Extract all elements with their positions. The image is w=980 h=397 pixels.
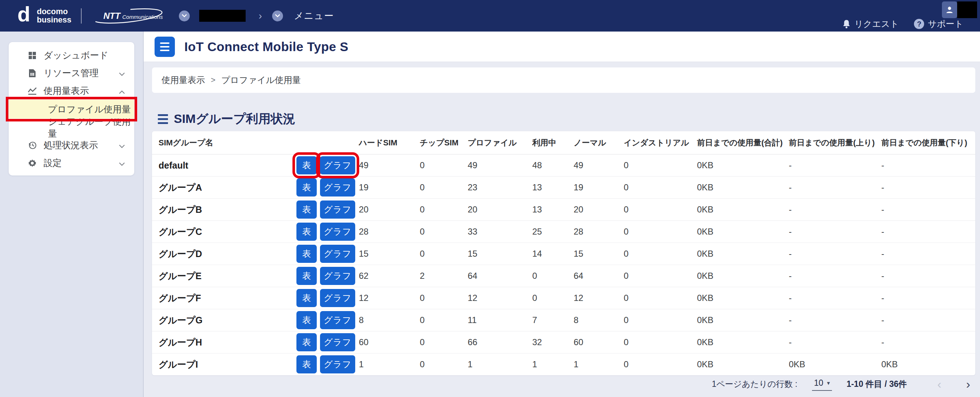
svg-text:NTT: NTT bbox=[103, 11, 121, 21]
cell-group-name: グループG bbox=[152, 314, 296, 326]
request-label: リクエスト bbox=[854, 18, 899, 30]
table-view-button[interactable]: 表 bbox=[296, 222, 317, 241]
cell-actions: 表 グラフ bbox=[296, 289, 359, 307]
table-view-button[interactable]: 表 bbox=[296, 245, 317, 263]
page-title: IoT Connect Mobile Type S bbox=[184, 40, 348, 54]
cell-hard-sim: 49 bbox=[359, 160, 420, 170]
cell-group-name: グループE bbox=[152, 270, 296, 282]
sidebar-item-processing-status[interactable]: 処理状況表示 bbox=[9, 136, 134, 154]
table-row: グループD 表 グラフ 15 0 15 14 15 0 0KB - - bbox=[152, 243, 975, 265]
sidebar-item-dashboard[interactable]: ダッシュボード bbox=[9, 46, 134, 64]
cell-profile: 11 bbox=[468, 315, 532, 325]
cell-usage-total: 0KB bbox=[697, 160, 789, 170]
cell-normal: 15 bbox=[574, 249, 624, 259]
sidebar-item-usage-display[interactable]: 使用量表示 bbox=[9, 82, 134, 100]
column-header: 利用中 bbox=[532, 137, 574, 148]
sidebar-item-label: 使用量表示 bbox=[43, 85, 89, 97]
cell-group-name: グループC bbox=[152, 226, 296, 238]
cell-industrial: 0 bbox=[624, 183, 697, 192]
column-header: プロファイル bbox=[468, 137, 532, 148]
logo-line1: docomo bbox=[37, 8, 71, 16]
table-view-button[interactable]: 表 bbox=[296, 311, 317, 329]
table-view-button[interactable]: 表 bbox=[296, 200, 317, 219]
chevron-down-icon bbox=[119, 140, 125, 151]
dashboard-icon bbox=[27, 51, 38, 60]
prev-page-button[interactable]: ‹ bbox=[932, 378, 946, 390]
cell-usage-down: - bbox=[881, 315, 975, 325]
graph-view-button[interactable]: グラフ bbox=[320, 311, 355, 329]
table-view-button[interactable]: 表 bbox=[296, 355, 317, 373]
graph-view-button[interactable]: グラフ bbox=[320, 178, 355, 197]
graph-view-button[interactable]: グラフ bbox=[320, 245, 355, 263]
table-view-button[interactable]: 表 bbox=[296, 178, 317, 197]
cell-actions: 表 グラフ bbox=[296, 200, 359, 219]
bell-icon bbox=[842, 19, 851, 29]
breadcrumb: 使用量表示 > プロファイル使用量 bbox=[152, 67, 975, 93]
cell-actions: 表 グラフ bbox=[296, 333, 359, 351]
cell-industrial: 0 bbox=[624, 205, 697, 214]
user-account-button[interactable] bbox=[942, 2, 957, 18]
hamburger-menu-button[interactable] bbox=[154, 37, 175, 57]
table-row: グループE 表 グラフ 62 2 64 0 64 0 0KB - - bbox=[152, 265, 975, 287]
cell-hard-sim: 20 bbox=[359, 205, 420, 214]
cell-group-name: グループF bbox=[152, 292, 296, 304]
sidebar-item-share-group-usage[interactable]: シェアグループ使用量 bbox=[9, 119, 134, 136]
table-view-button[interactable]: 表 bbox=[296, 333, 317, 351]
cell-hard-sim: 8 bbox=[359, 315, 420, 325]
cell-usage-down: 0KB bbox=[881, 359, 975, 370]
sidebar-item-resource-management[interactable]: リソース管理 bbox=[9, 64, 134, 82]
table-view-button[interactable]: 表 bbox=[296, 289, 317, 307]
table-view-button[interactable]: 表 bbox=[296, 156, 317, 175]
graph-view-button[interactable]: グラフ bbox=[320, 156, 355, 175]
sidebar-item-label: ダッシュボード bbox=[43, 49, 108, 61]
cell-chip-sim: 0 bbox=[420, 227, 468, 237]
sidebar-item-label: 設定 bbox=[43, 157, 62, 169]
logo-divider bbox=[81, 8, 82, 24]
cell-usage-up: 0KB bbox=[789, 359, 881, 370]
cell-usage-down: - bbox=[881, 249, 975, 259]
sidebar-item-label: シェアグループ使用量 bbox=[48, 116, 134, 140]
docomo-logo-d: d bbox=[18, 6, 30, 22]
sidebar-item-profile-usage[interactable]: プロファイル使用量 bbox=[9, 100, 134, 119]
sidebar-item-label: リソース管理 bbox=[43, 67, 99, 79]
cell-normal: 12 bbox=[574, 293, 624, 303]
cell-usage-down: - bbox=[881, 337, 975, 347]
sim-group-table: SIMグループ名 ハードSIM チップSIM プロファイル 利用中 ノーマル イ… bbox=[152, 131, 975, 375]
breadcrumb-item-usage-display[interactable]: 使用量表示 bbox=[161, 74, 205, 86]
cell-profile: 33 bbox=[468, 227, 532, 237]
account-chevron-icon[interactable] bbox=[179, 11, 190, 21]
cell-industrial: 0 bbox=[624, 337, 697, 347]
table-row: グループH 表 グラフ 60 0 66 32 60 0 0KB - - bbox=[152, 331, 975, 354]
table-view-button[interactable]: 表 bbox=[296, 267, 317, 285]
request-menu-item[interactable]: リクエスト bbox=[842, 18, 899, 30]
navbar-breadcrumb-separator: › bbox=[259, 10, 262, 22]
cell-hard-sim: 15 bbox=[359, 249, 420, 259]
next-page-button[interactable]: › bbox=[961, 378, 975, 390]
graph-view-button[interactable]: グラフ bbox=[320, 267, 355, 285]
cell-profile: 49 bbox=[468, 160, 532, 170]
sidebar-item-label: 処理状況表示 bbox=[43, 139, 98, 151]
sidebar-item-settings[interactable]: 設定 bbox=[9, 154, 134, 172]
cell-usage-up: - bbox=[789, 293, 881, 303]
cell-in-use: 0 bbox=[532, 271, 574, 281]
menu-chevron-icon[interactable] bbox=[272, 11, 283, 21]
cell-profile: 12 bbox=[468, 293, 532, 303]
cell-in-use: 0 bbox=[532, 293, 574, 303]
graph-view-button[interactable]: グラフ bbox=[320, 289, 355, 307]
graph-view-button[interactable]: グラフ bbox=[320, 222, 355, 241]
cell-normal: 28 bbox=[574, 227, 624, 237]
support-menu-item[interactable]: ? サポート bbox=[914, 18, 963, 30]
graph-view-button[interactable]: グラフ bbox=[320, 355, 355, 373]
cell-in-use: 32 bbox=[532, 337, 574, 347]
graph-view-button[interactable]: グラフ bbox=[320, 200, 355, 219]
cell-normal: 19 bbox=[574, 183, 624, 192]
navbar-menu-item[interactable]: メニュー bbox=[294, 10, 334, 22]
pagination-range: 1-10 件目 / 36件 bbox=[846, 378, 907, 390]
column-header: インダストリアル bbox=[624, 137, 697, 148]
cell-usage-down: - bbox=[881, 227, 975, 237]
cell-normal: 49 bbox=[574, 160, 624, 170]
section-title: SIMグループ利用状況 bbox=[174, 111, 295, 127]
graph-view-button[interactable]: グラフ bbox=[320, 333, 355, 351]
rows-per-page-select[interactable]: 10 ▾ bbox=[812, 378, 832, 391]
cell-group-name: default bbox=[152, 160, 296, 171]
